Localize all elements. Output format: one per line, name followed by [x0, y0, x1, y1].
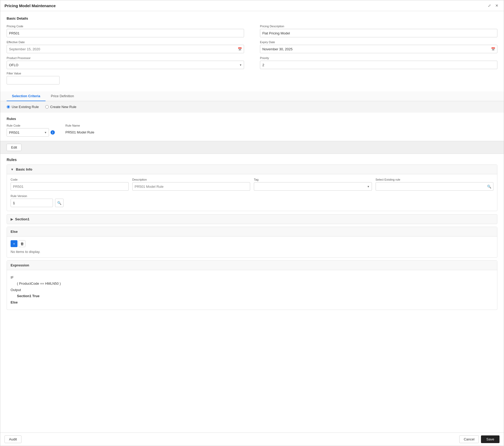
- rule-version-row: 🔍: [11, 199, 493, 207]
- save-button[interactable]: Save: [481, 435, 500, 443]
- select-existing-input[interactable]: [376, 182, 494, 191]
- tag-select[interactable]: [254, 182, 372, 191]
- pricing-desc-field: Pricing Description: [260, 25, 497, 37]
- effective-date-wrapper: 📅: [7, 45, 244, 53]
- rule-code-select[interactable]: PR501: [7, 128, 49, 137]
- pricing-desc-input[interactable]: [260, 29, 497, 37]
- expression-section: Expression IF ( ProductCode == HMLN50 ) …: [7, 260, 497, 310]
- rules-detail-title: Rules: [7, 154, 497, 164]
- expiry-date-field: Expiry Date 📅: [260, 41, 497, 53]
- priority-field: Priority: [260, 56, 497, 69]
- select-existing-label: Select Existing rule: [376, 178, 494, 181]
- use-existing-rule-radio[interactable]: Use Existing Rule: [7, 105, 39, 109]
- basic-info-section: ▼ Basic Info Code Description: [7, 164, 497, 211]
- else-header: Else: [7, 227, 497, 237]
- rules-title: Rules: [7, 117, 497, 121]
- rule-version-field: Rule Version 🔍: [11, 194, 493, 207]
- section1-header[interactable]: ▶ Section1: [7, 214, 497, 224]
- basic-info-collapse-icon: ▼: [11, 168, 14, 171]
- rule-version-search-button[interactable]: 🔍: [55, 199, 64, 207]
- tag-field: Tag ▼: [254, 178, 372, 191]
- basic-info-header[interactable]: ▼ Basic Info: [7, 165, 497, 174]
- cancel-button[interactable]: Cancel: [459, 435, 479, 443]
- rule-version-input[interactable]: [11, 199, 53, 207]
- effective-date-label: Effective Date: [7, 41, 244, 44]
- basic-info-body: Code Description Tag: [7, 174, 497, 211]
- basic-info-grid: Code Description Tag: [11, 178, 493, 191]
- select-existing-wrapper: 🔍: [376, 182, 494, 191]
- rule-code-info-icon[interactable]: i: [51, 130, 55, 135]
- rule-code-select-container: PR501 ▼: [7, 128, 49, 137]
- header-icons: ⤢ ✕: [487, 3, 500, 8]
- basic-details-grid: Pricing Code Pricing Description Effecti…: [7, 25, 497, 69]
- edit-bar: Edit: [0, 141, 504, 154]
- footer-left: Audit: [4, 435, 21, 443]
- description-label: Description: [132, 178, 250, 181]
- else-add-button[interactable]: +: [11, 240, 17, 247]
- expand-button[interactable]: ⤢: [487, 3, 492, 8]
- modal-header: Pricing Model Maintenance ⤢ ✕: [0, 0, 504, 11]
- tabs-bar: Selection Criteria Price Definition: [0, 91, 504, 101]
- expiry-date-wrapper: 📅: [260, 45, 497, 53]
- expression-condition: ( ProductCode == HMLN50 ): [11, 280, 493, 287]
- radio-group: Use Existing Rule Create New Rule: [0, 101, 504, 113]
- audit-button[interactable]: Audit: [4, 435, 21, 443]
- else-body: + 🗑 No items to display.: [7, 237, 497, 257]
- close-button[interactable]: ✕: [494, 3, 500, 8]
- code-label: Code: [11, 178, 129, 181]
- rule-version-label: Rule Version: [11, 194, 493, 198]
- else-section: Else + 🗑 No items to display.: [7, 227, 497, 258]
- pricing-code-input[interactable]: [7, 29, 244, 37]
- filter-value-label: Filter Value: [7, 72, 497, 75]
- basic-details-title: Basic Details: [7, 16, 497, 20]
- tag-select-wrapper: ▼: [254, 182, 372, 191]
- priority-label: Priority: [260, 56, 497, 60]
- edit-button[interactable]: Edit: [7, 144, 21, 151]
- rule-code-field: Rule Code PR501 ▼ i: [7, 124, 55, 137]
- priority-input[interactable]: [260, 61, 497, 69]
- modal-container: Pricing Model Maintenance ⤢ ✕ Basic Deta…: [0, 0, 504, 446]
- section1-collapse-icon: ▶: [11, 217, 13, 221]
- description-field: Description: [132, 178, 250, 191]
- tab-price-definition[interactable]: Price Definition: [46, 91, 79, 101]
- footer-right: Cancel Save: [459, 435, 500, 443]
- rule-name-value: PR501 Model Rule: [65, 128, 94, 134]
- expiry-date-input[interactable]: [260, 45, 497, 53]
- pricing-desc-label: Pricing Description: [260, 25, 497, 28]
- expiry-date-label: Expiry Date: [260, 41, 497, 44]
- pricing-code-field: Pricing Code: [7, 25, 244, 37]
- filter-value-input[interactable]: [7, 76, 60, 84]
- expression-output-label: Output: [11, 287, 493, 293]
- basic-details-section: Basic Details Pricing Code Pricing Descr…: [0, 11, 504, 87]
- section1-title: Section1: [15, 217, 29, 221]
- expression-body: IF ( ProductCode == HMLN50 ) Output Sect…: [7, 270, 497, 310]
- effective-date-field: Effective Date 📅: [7, 41, 244, 53]
- product-processor-label: Product Processor: [7, 56, 244, 60]
- filter-value-field: Filter Value: [7, 72, 497, 84]
- create-new-rule-radio[interactable]: Create New Rule: [45, 105, 76, 109]
- select-existing-field: Select Existing rule 🔍: [376, 178, 494, 191]
- code-input[interactable]: [11, 182, 129, 191]
- rules-form: Rule Code PR501 ▼ i Rule Name PR501 Mode…: [7, 124, 497, 137]
- modal-body: Basic Details Pricing Code Pricing Descr…: [0, 11, 504, 432]
- basic-info-title: Basic Info: [16, 167, 32, 171]
- expression-else-label: Else: [11, 299, 493, 305]
- rule-name-label: Rule Name: [65, 124, 94, 127]
- modal-title: Pricing Model Maintenance: [4, 3, 56, 8]
- modal-footer: Audit Cancel Save: [0, 432, 504, 446]
- pricing-code-label: Pricing Code: [7, 25, 244, 28]
- select-existing-search-icon: 🔍: [487, 185, 491, 189]
- tag-label: Tag: [254, 178, 372, 181]
- expression-section1-true: Section1 True: [11, 293, 493, 299]
- else-no-items: No items to display.: [11, 250, 493, 254]
- rules-detail-section: Rules ▼ Basic Info Code: [0, 154, 504, 318]
- tab-selection-criteria[interactable]: Selection Criteria: [7, 91, 46, 101]
- product-processor-wrapper: OFLO ▼: [7, 61, 244, 69]
- rule-name-field: Rule Name PR501 Model Rule: [65, 124, 94, 134]
- product-processor-select[interactable]: OFLO: [7, 61, 244, 69]
- rule-code-label: Rule Code: [7, 124, 55, 127]
- description-input[interactable]: [132, 182, 250, 191]
- expression-if-keyword: IF: [11, 275, 14, 279]
- else-delete-button[interactable]: 🗑: [19, 240, 25, 247]
- effective-date-input[interactable]: [7, 45, 244, 53]
